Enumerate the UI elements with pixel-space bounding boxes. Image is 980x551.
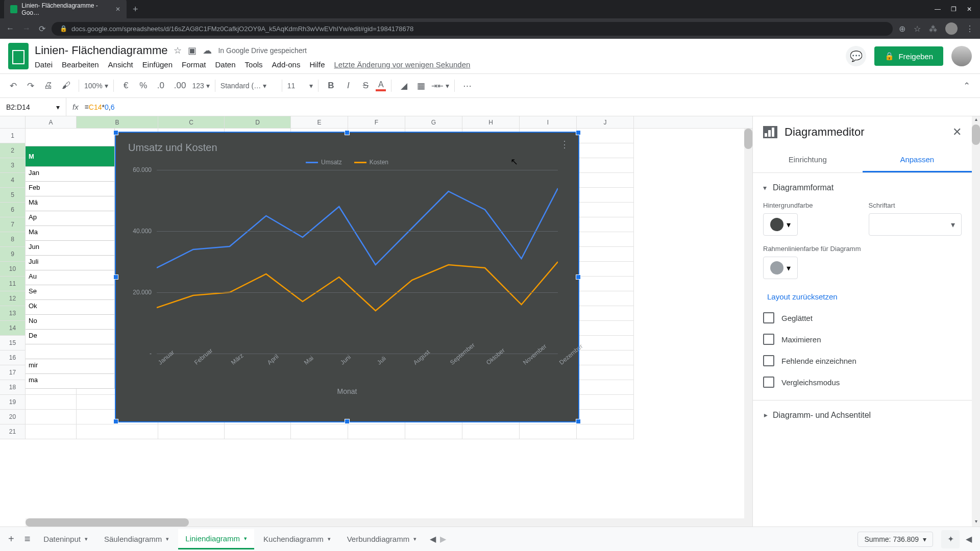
cell[interactable]	[577, 143, 634, 158]
next-sheet-button[interactable]: ▶	[440, 534, 446, 544]
close-window-icon[interactable]: ✕	[967, 6, 972, 13]
column-header[interactable]: I	[520, 116, 577, 128]
cell[interactable]: Juli	[26, 256, 115, 270]
reset-layout-button[interactable]: Layout zurücksetzen	[763, 286, 842, 307]
cell[interactable]	[577, 173, 634, 188]
cell[interactable]	[577, 380, 634, 395]
formula-input[interactable]: =C14*0,6	[85, 103, 115, 111]
text-color-button[interactable]: A	[376, 80, 386, 91]
column-header[interactable]: D	[225, 116, 291, 128]
row-header[interactable]: 9	[0, 247, 26, 262]
cell[interactable]	[577, 424, 634, 439]
row-header[interactable]: 12	[0, 291, 26, 306]
resize-handle[interactable]	[113, 274, 118, 280]
tab-setup[interactable]: Einrichtung	[753, 148, 863, 172]
decrease-decimal-button[interactable]: .0	[154, 78, 168, 94]
percent-button[interactable]: %	[136, 78, 151, 94]
column-header[interactable]: A	[26, 116, 77, 128]
cell[interactable]	[577, 336, 634, 350]
borders-button[interactable]: ▦	[414, 78, 428, 94]
explore-button[interactable]: ✦	[941, 530, 960, 548]
sheet-tab[interactable]: Verbunddiagramm▾	[340, 530, 424, 548]
cell[interactable]: Ok	[26, 300, 115, 315]
row-header[interactable]: 18	[0, 380, 26, 395]
cell[interactable]	[577, 129, 634, 143]
row-header[interactable]: 17	[0, 365, 26, 380]
cell[interactable]	[26, 395, 77, 410]
minimize-icon[interactable]: —	[935, 6, 941, 13]
fill-color-button[interactable]: ◢	[397, 78, 411, 94]
italic-button[interactable]: I	[341, 78, 355, 94]
sheet-tab[interactable]: Säulendiagramm▾	[97, 530, 176, 548]
row-header[interactable]: 6	[0, 203, 26, 217]
resize-handle[interactable]	[113, 130, 118, 135]
row-header[interactable]: 4	[0, 173, 26, 188]
summary-box[interactable]: Summe: 736.809▾	[857, 532, 933, 547]
strike-button[interactable]: S	[358, 78, 373, 94]
url-field[interactable]: 🔒 docs.google.com/spreadsheets/d/16sZAG8…	[52, 22, 893, 36]
close-sidebar-button[interactable]: ✕	[952, 126, 962, 139]
row-header[interactable]: 1	[0, 129, 26, 143]
cell[interactable]	[348, 424, 405, 439]
cell[interactable]	[577, 350, 634, 365]
cell[interactable]	[577, 306, 634, 321]
star-icon[interactable]: ☆	[174, 45, 182, 56]
share-button[interactable]: 🔒 Freigeben	[874, 46, 943, 66]
print-button[interactable]: 🖨	[41, 78, 56, 94]
profile-avatar-icon[interactable]	[945, 22, 958, 35]
menu-file[interactable]: Datei	[35, 60, 53, 69]
checkbox-maximize[interactable]: Maximieren	[763, 329, 962, 350]
cell[interactable]	[577, 321, 634, 336]
cell[interactable]: Ap	[26, 211, 115, 226]
column-header[interactable]: G	[405, 116, 462, 128]
row-header[interactable]: 8	[0, 232, 26, 247]
cell[interactable]: Jan	[26, 167, 115, 182]
column-header[interactable]: H	[462, 116, 520, 128]
section-chart-format[interactable]: ▾ Diagrammformat	[763, 180, 962, 195]
menu-edit[interactable]: Bearbeiten	[62, 60, 99, 69]
comments-button[interactable]: 💬	[846, 46, 866, 66]
checkbox-compare[interactable]: Vergleichsmodus	[763, 371, 962, 393]
cell[interactable]	[577, 203, 634, 217]
row-header[interactable]: 15	[0, 336, 26, 350]
column-header[interactable]: J	[577, 116, 634, 128]
all-sheets-button[interactable]: ≡	[20, 529, 35, 549]
cell[interactable]	[577, 365, 634, 380]
column-header[interactable]: E	[291, 116, 348, 128]
cell[interactable]	[577, 410, 634, 424]
sheets-logo-icon[interactable]	[8, 43, 29, 69]
checkbox-missing[interactable]: Fehlende einzeichnen	[763, 350, 962, 371]
spreadsheet-grid[interactable]: ABCDEFGHIJ 12345678910111213141516171819…	[0, 116, 752, 527]
row-header[interactable]: 16	[0, 350, 26, 365]
cell[interactable]	[577, 188, 634, 203]
maximize-icon[interactable]: ❐	[951, 6, 957, 13]
undo-button[interactable]: ↶	[6, 78, 20, 94]
user-avatar[interactable]	[951, 46, 972, 66]
cell[interactable]	[577, 217, 634, 232]
row-header[interactable]: 21	[0, 424, 26, 439]
currency-button[interactable]: €	[119, 78, 133, 94]
menu-insert[interactable]: Einfügen	[142, 60, 173, 69]
tab-close-icon[interactable]: ✕	[115, 6, 120, 13]
cell[interactable]	[462, 424, 520, 439]
cell[interactable]	[26, 424, 77, 439]
border-color-picker[interactable]: ▾	[763, 257, 798, 279]
cell[interactable]	[577, 277, 634, 291]
merge-button[interactable]: ⇥⇤ ▾	[431, 82, 449, 90]
zoom-icon[interactable]: ⊕	[899, 24, 905, 34]
cell[interactable]: No	[26, 315, 115, 330]
more-button[interactable]: ⋯	[460, 78, 475, 94]
zoom-select[interactable]: 100% ▾	[84, 82, 108, 90]
vertical-scrollbar[interactable]	[744, 129, 752, 518]
cell[interactable]	[577, 247, 634, 262]
redo-button[interactable]: ↷	[23, 78, 38, 94]
row-header[interactable]: 2	[0, 143, 26, 158]
row-header[interactable]: 5	[0, 188, 26, 203]
new-tab-button[interactable]: +	[133, 4, 138, 15]
paint-format-button[interactable]: 🖌	[59, 78, 74, 94]
row-header[interactable]: 11	[0, 277, 26, 291]
row-header[interactable]: 20	[0, 410, 26, 424]
extensions-icon[interactable]: ⁂	[929, 24, 937, 34]
cell-reference[interactable]: B2:D14▾	[0, 98, 66, 116]
menu-addons[interactable]: Add-ons	[272, 60, 301, 69]
